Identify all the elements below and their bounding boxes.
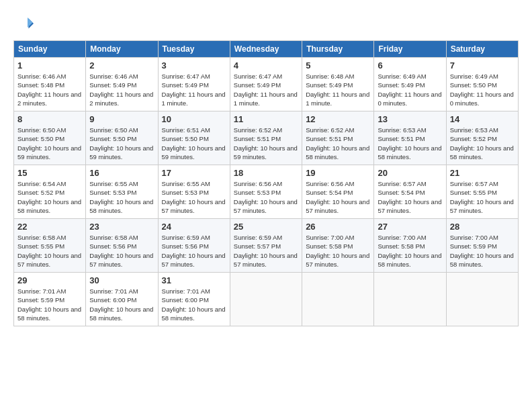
day-number: 31	[162, 275, 226, 285]
calendar-cell	[374, 273, 446, 326]
calendar-week-1: 1Sunrise: 6:46 AMSunset: 5:48 PMDaylight…	[14, 58, 519, 111]
calendar-cell: 17Sunrise: 6:55 AMSunset: 5:53 PMDayligh…	[158, 165, 230, 219]
calendar-cell: 16Sunrise: 6:55 AMSunset: 5:53 PMDayligh…	[86, 165, 158, 219]
calendar-cell: 13Sunrise: 6:53 AMSunset: 5:51 PMDayligh…	[374, 111, 446, 165]
calendar-cell: 24Sunrise: 6:59 AMSunset: 5:56 PMDayligh…	[158, 219, 230, 273]
day-info: Sunrise: 7:01 AMSunset: 5:59 PMDaylight:…	[17, 287, 82, 322]
calendar-cell: 14Sunrise: 6:53 AMSunset: 5:52 PMDayligh…	[446, 111, 518, 165]
day-info: Sunrise: 6:55 AMSunset: 5:53 PMDaylight:…	[89, 179, 154, 215]
day-number: 16	[89, 168, 154, 178]
calendar-cell: 25Sunrise: 6:59 AMSunset: 5:57 PMDayligh…	[230, 219, 302, 273]
calendar-cell: 15Sunrise: 6:54 AMSunset: 5:52 PMDayligh…	[14, 165, 86, 219]
day-number: 6	[378, 60, 442, 71]
day-number: 12	[306, 114, 370, 124]
day-info: Sunrise: 6:50 AMSunset: 5:50 PMDaylight:…	[89, 126, 154, 161]
day-number: 3	[162, 60, 226, 71]
day-number: 4	[234, 60, 298, 71]
day-info: Sunrise: 6:50 AMSunset: 5:50 PMDaylight:…	[17, 126, 82, 161]
day-number: 11	[234, 114, 298, 124]
day-number: 1	[17, 60, 82, 71]
calendar-cell: 30Sunrise: 7:01 AMSunset: 6:00 PMDayligh…	[86, 273, 158, 326]
day-number: 24	[162, 222, 226, 232]
calendar-cell: 2Sunrise: 6:46 AMSunset: 5:49 PMDaylight…	[86, 58, 158, 111]
weekday-header-saturday: Saturday	[446, 41, 518, 58]
day-info: Sunrise: 7:00 AMSunset: 5:58 PMDaylight:…	[306, 233, 370, 269]
day-number: 14	[450, 114, 515, 124]
calendar-cell	[302, 273, 374, 326]
day-number: 26	[306, 222, 370, 232]
day-number: 30	[89, 275, 154, 285]
day-info: Sunrise: 6:57 AMSunset: 5:55 PMDaylight:…	[450, 179, 515, 215]
calendar-cell: 4Sunrise: 6:47 AMSunset: 5:49 PMDaylight…	[230, 58, 302, 111]
weekday-header-wednesday: Wednesday	[230, 41, 302, 58]
day-info: Sunrise: 7:01 AMSunset: 6:00 PMDaylight:…	[89, 287, 154, 322]
calendar-cell: 19Sunrise: 6:56 AMSunset: 5:54 PMDayligh…	[302, 165, 374, 219]
day-info: Sunrise: 7:00 AMSunset: 5:58 PMDaylight:…	[378, 233, 442, 269]
day-info: Sunrise: 7:00 AMSunset: 5:59 PMDaylight:…	[450, 233, 515, 269]
day-info: Sunrise: 6:52 AMSunset: 5:51 PMDaylight:…	[234, 126, 298, 161]
day-number: 9	[89, 114, 154, 124]
day-info: Sunrise: 6:51 AMSunset: 5:50 PMDaylight:…	[162, 126, 226, 161]
weekday-header-tuesday: Tuesday	[158, 41, 230, 58]
day-number: 29	[17, 275, 82, 285]
calendar-cell: 10Sunrise: 6:51 AMSunset: 5:50 PMDayligh…	[158, 111, 230, 165]
calendar-cell: 12Sunrise: 6:52 AMSunset: 5:51 PMDayligh…	[302, 111, 374, 165]
calendar-header: SundayMondayTuesdayWednesdayThursdayFrid…	[14, 41, 519, 58]
day-info: Sunrise: 6:56 AMSunset: 5:54 PMDaylight:…	[306, 179, 370, 215]
weekday-header-monday: Monday	[86, 41, 158, 58]
weekday-header-thursday: Thursday	[302, 41, 374, 58]
day-info: Sunrise: 6:55 AMSunset: 5:53 PMDaylight:…	[162, 179, 226, 215]
day-number: 28	[450, 222, 515, 232]
calendar-week-2: 8Sunrise: 6:50 AMSunset: 5:50 PMDaylight…	[14, 111, 519, 165]
day-number: 8	[17, 114, 82, 124]
weekday-header-sunday: Sunday	[14, 41, 86, 58]
calendar-cell: 1Sunrise: 6:46 AMSunset: 5:48 PMDaylight…	[14, 58, 86, 111]
day-number: 25	[234, 222, 298, 232]
day-info: Sunrise: 6:46 AMSunset: 5:49 PMDaylight:…	[89, 72, 154, 107]
day-info: Sunrise: 6:58 AMSunset: 5:55 PMDaylight:…	[17, 233, 82, 269]
calendar-cell: 27Sunrise: 7:00 AMSunset: 5:58 PMDayligh…	[374, 219, 446, 273]
day-info: Sunrise: 6:49 AMSunset: 5:49 PMDaylight:…	[378, 72, 442, 107]
day-number: 15	[17, 168, 82, 178]
calendar-cell: 31Sunrise: 7:01 AMSunset: 6:00 PMDayligh…	[158, 273, 230, 326]
day-info: Sunrise: 6:53 AMSunset: 5:52 PMDaylight:…	[450, 126, 515, 161]
page-header	[13, 13, 519, 34]
calendar-cell: 18Sunrise: 6:56 AMSunset: 5:53 PMDayligh…	[230, 165, 302, 219]
day-info: Sunrise: 6:54 AMSunset: 5:52 PMDaylight:…	[17, 179, 82, 215]
day-number: 5	[306, 60, 370, 71]
calendar-cell: 23Sunrise: 6:58 AMSunset: 5:56 PMDayligh…	[86, 219, 158, 273]
calendar-cell: 22Sunrise: 6:58 AMSunset: 5:55 PMDayligh…	[14, 219, 86, 273]
calendar-cell: 9Sunrise: 6:50 AMSunset: 5:50 PMDaylight…	[86, 111, 158, 165]
day-number: 23	[89, 222, 154, 232]
calendar-body: 1Sunrise: 6:46 AMSunset: 5:48 PMDaylight…	[14, 58, 519, 326]
calendar-table: SundayMondayTuesdayWednesdayThursdayFrid…	[13, 40, 519, 326]
calendar-cell: 8Sunrise: 6:50 AMSunset: 5:50 PMDaylight…	[14, 111, 86, 165]
day-number: 27	[378, 222, 442, 232]
day-info: Sunrise: 6:56 AMSunset: 5:53 PMDaylight:…	[234, 179, 298, 215]
day-info: Sunrise: 6:57 AMSunset: 5:54 PMDaylight:…	[378, 179, 442, 215]
weekday-header-friday: Friday	[374, 41, 446, 58]
day-number: 21	[450, 168, 515, 178]
day-info: Sunrise: 6:58 AMSunset: 5:56 PMDaylight:…	[89, 233, 154, 269]
calendar-week-3: 15Sunrise: 6:54 AMSunset: 5:52 PMDayligh…	[14, 165, 519, 219]
calendar-cell: 11Sunrise: 6:52 AMSunset: 5:51 PMDayligh…	[230, 111, 302, 165]
calendar-cell	[230, 273, 302, 326]
logo	[13, 13, 36, 34]
calendar-cell: 20Sunrise: 6:57 AMSunset: 5:54 PMDayligh…	[374, 165, 446, 219]
logo-icon	[13, 13, 34, 34]
day-number: 18	[234, 168, 298, 178]
day-info: Sunrise: 6:48 AMSunset: 5:49 PMDaylight:…	[306, 72, 370, 107]
day-info: Sunrise: 6:47 AMSunset: 5:49 PMDaylight:…	[162, 72, 226, 107]
day-number: 22	[17, 222, 82, 232]
calendar-cell: 3Sunrise: 6:47 AMSunset: 5:49 PMDaylight…	[158, 58, 230, 111]
calendar-cell	[446, 273, 518, 326]
day-info: Sunrise: 6:47 AMSunset: 5:49 PMDaylight:…	[234, 72, 298, 107]
calendar-week-4: 22Sunrise: 6:58 AMSunset: 5:55 PMDayligh…	[14, 219, 519, 273]
day-info: Sunrise: 6:52 AMSunset: 5:51 PMDaylight:…	[306, 126, 370, 161]
day-info: Sunrise: 6:46 AMSunset: 5:48 PMDaylight:…	[17, 72, 82, 107]
day-number: 7	[450, 60, 515, 71]
calendar-cell: 7Sunrise: 6:49 AMSunset: 5:50 PMDaylight…	[446, 58, 518, 111]
day-info: Sunrise: 7:01 AMSunset: 6:00 PMDaylight:…	[162, 287, 226, 322]
calendar-cell: 28Sunrise: 7:00 AMSunset: 5:59 PMDayligh…	[446, 219, 518, 273]
day-number: 19	[306, 168, 370, 178]
